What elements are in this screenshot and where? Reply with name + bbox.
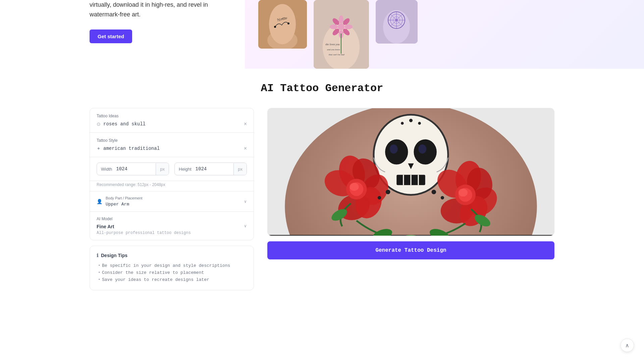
ai-model-dropdown[interactable]: AI Model Fine Art All-purpose profession… <box>90 212 254 240</box>
gallery-image-1: 𝓗𝓸𝓽𝓽𝓮 <box>258 0 307 49</box>
svg-point-66 <box>386 190 390 194</box>
svg-text:that can't be bad: that can't be bad <box>329 53 344 56</box>
height-unit: px <box>233 163 247 175</box>
tip-3: Save your ideas to recreate designs late… <box>97 276 247 283</box>
ai-model-desc: All-purpose professional tattoo designs <box>97 231 191 235</box>
svg-point-4 <box>274 26 276 28</box>
ai-model-chevron-icon: ∨ <box>244 224 247 228</box>
width-label: Width <box>97 163 116 175</box>
height-field: Height px <box>174 163 247 175</box>
right-panel: Generate Tattoo Design <box>267 108 554 259</box>
tattoo-image-container <box>267 108 554 236</box>
svg-point-12 <box>344 24 353 29</box>
svg-point-38 <box>418 144 426 154</box>
wand-icon: ✦ <box>97 146 101 151</box>
section-title: AI Tattoo Generator <box>90 82 554 95</box>
tattoo-preview <box>268 108 554 236</box>
svg-point-71 <box>401 122 404 125</box>
ai-model-name: Fine Art <box>97 224 191 229</box>
left-panel: Tattoo Ideas ⊙ × Tattoo Style ✦ × <box>90 108 254 290</box>
svg-point-61 <box>459 189 468 197</box>
tattoo-style-label: Tattoo Style <box>97 138 247 143</box>
svg-point-31 <box>395 19 398 21</box>
svg-text:and you know: and you know <box>327 48 340 51</box>
tattoo-ideas-label: Tattoo Ideas <box>97 114 247 118</box>
svg-point-37 <box>390 144 398 154</box>
tattoo-ideas-clear-button[interactable]: × <box>244 121 247 127</box>
body-part-dropdown[interactable]: 👤 Body Part / Placement Upper Arm ∨ <box>90 191 254 212</box>
gallery-image-3 <box>376 0 418 44</box>
tip-1: Be specific in your design and style des… <box>97 262 247 269</box>
width-unit: px <box>156 163 169 175</box>
gallery-image-2: she loves you and you know that can't be… <box>314 0 369 69</box>
main-section: AI Tattoo Generator Tattoo Ideas ⊙ × Tat… <box>0 69 644 304</box>
search-icon: ⊙ <box>97 121 101 127</box>
svg-point-9 <box>338 23 344 30</box>
hero-text: virtually, download it in high-res, and … <box>90 0 245 19</box>
dimensions-row: Width px Height px <box>90 157 254 181</box>
tattoo-style-input[interactable] <box>103 146 241 151</box>
svg-point-5 <box>287 22 289 24</box>
info-icon: ℹ <box>97 253 98 258</box>
body-part-value: Upper Arm <box>106 202 129 207</box>
design-tips-card: ℹ Design Tips Be specific in your design… <box>90 246 254 290</box>
ai-model-label: AI Model <box>97 217 191 221</box>
gallery-section: 𝓗𝓸𝓽𝓽𝓮 <box>245 0 644 69</box>
svg-point-72 <box>418 122 421 125</box>
svg-point-16 <box>330 24 338 29</box>
generate-button[interactable]: Generate Tattoo Design <box>267 241 554 259</box>
tips-title-text: Design Tips <box>101 253 127 258</box>
body-part-label: Body Part / Placement <box>106 196 142 200</box>
tattoo-style-field: Tattoo Style ✦ × <box>90 133 254 157</box>
person-icon: 👤 <box>97 199 102 204</box>
svg-point-68 <box>431 190 436 194</box>
scroll-to-top-button[interactable]: ∧ <box>621 339 634 352</box>
tattoo-ideas-field: Tattoo Ideas ⊙ × <box>90 108 254 133</box>
svg-point-69 <box>441 196 444 199</box>
height-label: Height <box>175 163 196 175</box>
width-field: Width px <box>97 163 169 175</box>
height-input[interactable] <box>196 163 234 175</box>
tip-2: Consider the size relative to placement <box>97 269 247 276</box>
tips-title: ℹ Design Tips <box>97 253 247 258</box>
svg-point-10 <box>339 15 343 23</box>
tips-list: Be specific in your design and style des… <box>97 262 247 283</box>
form-card: Tattoo Ideas ⊙ × Tattoo Style ✦ × <box>90 108 254 240</box>
body-part-chevron-icon: ∨ <box>244 199 247 204</box>
svg-point-70 <box>409 119 413 122</box>
recommended-range: Recommended range: 512px - 2048px <box>90 181 254 191</box>
width-input[interactable] <box>116 163 156 175</box>
svg-point-51 <box>350 183 359 191</box>
scroll-up-icon: ∧ <box>625 342 629 349</box>
tattoo-style-clear-button[interactable]: × <box>244 145 247 152</box>
tattoo-ideas-input[interactable] <box>103 121 241 127</box>
svg-point-67 <box>378 196 381 199</box>
svg-text:she loves you: she loves you <box>325 43 340 46</box>
get-started-button[interactable]: Get started <box>90 29 132 43</box>
